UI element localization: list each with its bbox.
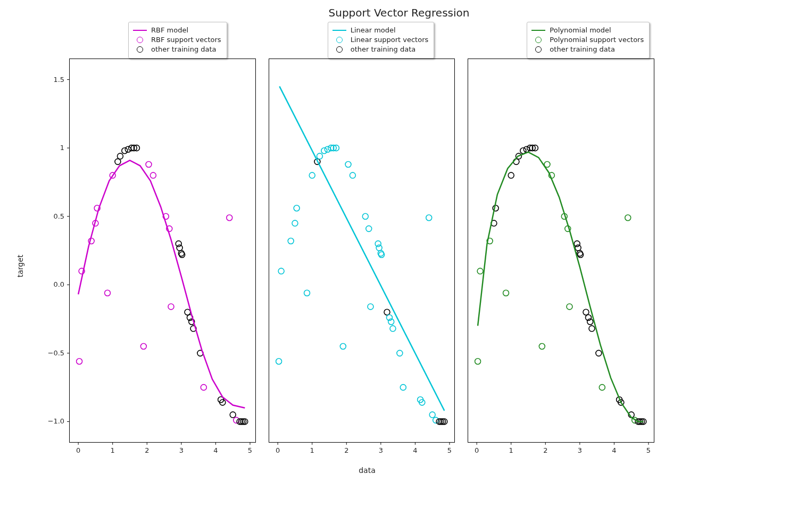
legend-marker-icon <box>336 37 343 43</box>
legend-label: RBF model <box>151 26 188 35</box>
legend-marker-icon <box>535 37 542 43</box>
legend-label: RBF support vectors <box>151 35 221 45</box>
legend-label: other training data <box>151 45 217 54</box>
x-tick-label: 0 <box>276 446 280 454</box>
model-curve <box>478 152 643 422</box>
x-tick-label: 2 <box>344 446 348 454</box>
training-point <box>230 412 236 418</box>
support-vector-point <box>294 205 300 211</box>
training-point <box>117 153 123 159</box>
support-vector-point <box>503 290 509 296</box>
legend-label: Linear model <box>351 26 396 35</box>
x-tick-label: 4 <box>612 446 617 454</box>
support-vector-point <box>567 304 572 310</box>
training-point <box>122 148 128 154</box>
training-point <box>583 309 589 315</box>
panel-row: RBF modelRBF support vectorsother traini… <box>69 59 654 443</box>
legend-line-icon <box>133 30 147 31</box>
x-tick-label: 1 <box>310 446 314 454</box>
y-axis-label: target <box>16 255 24 278</box>
support-vector-point <box>309 172 315 178</box>
plot-area: 012345 <box>269 59 455 442</box>
legend-marker-icon <box>336 46 343 53</box>
x-tick-label: 5 <box>248 446 252 454</box>
support-vector-point <box>146 162 152 168</box>
x-tick-label: 0 <box>475 446 479 454</box>
support-vector-point <box>325 146 330 152</box>
x-tick-label: 0 <box>76 446 80 454</box>
y-tick-label: −0.5 <box>48 349 64 357</box>
support-vector-point <box>288 238 294 244</box>
training-point <box>589 326 595 331</box>
support-vector-point <box>278 268 284 274</box>
x-tick-label: 3 <box>578 446 582 454</box>
y-tick-label: 1.5 <box>54 76 65 84</box>
training-point <box>575 245 581 251</box>
subplot-poly: Polynomial modelPolynomial support vecto… <box>468 59 654 443</box>
legend-label: Polynomial support vectors <box>550 35 644 45</box>
support-vector-point <box>340 344 346 350</box>
y-tick-label: 0.0 <box>54 280 65 288</box>
legend-label: Polynomial model <box>550 26 611 35</box>
training-point <box>596 350 602 356</box>
subplot-rbf: RBF modelRBF support vectorsother traini… <box>69 59 256 443</box>
support-vector-point <box>600 385 605 390</box>
support-vector-point <box>105 290 111 296</box>
support-vector-point <box>426 215 431 221</box>
subplot-linear: Linear modelLinear support vectorsother … <box>269 59 455 443</box>
support-vector-point <box>539 344 545 350</box>
x-tick-label: 3 <box>378 446 383 454</box>
support-vector-point <box>350 172 355 178</box>
legend-line-icon <box>531 30 545 31</box>
training-point <box>575 241 580 247</box>
support-vector-point <box>365 226 371 231</box>
x-tick-label: 2 <box>145 446 149 454</box>
support-vector-point <box>140 344 146 350</box>
legend-label: Linear support vectors <box>351 35 429 45</box>
model-curve <box>279 86 444 410</box>
support-vector-point <box>625 215 631 221</box>
support-vector-point <box>362 213 368 219</box>
legend-line-icon <box>332 30 346 31</box>
legend: Linear modelLinear support vectorsother … <box>328 22 435 59</box>
support-vector-point <box>400 385 406 390</box>
training-point <box>177 245 182 251</box>
x-tick-label: 1 <box>509 446 513 454</box>
support-vector-point <box>292 220 298 226</box>
support-vector-point <box>345 162 351 168</box>
support-vector-point <box>227 215 232 221</box>
support-vector-point <box>276 359 281 364</box>
y-tick-label: −1.0 <box>48 417 64 425</box>
training-point <box>185 309 190 315</box>
support-vector-point <box>201 385 206 390</box>
training-point <box>509 172 514 178</box>
legend: RBF modelRBF support vectorsother traini… <box>128 22 227 59</box>
x-tick-label: 1 <box>111 446 115 454</box>
x-axis-label: data <box>359 466 376 475</box>
support-vector-point <box>368 304 373 310</box>
training-point <box>524 146 530 152</box>
legend: Polynomial modelPolynomial support vecto… <box>527 22 650 59</box>
support-vector-point <box>77 359 82 364</box>
model-curve <box>78 160 245 408</box>
legend-marker-icon <box>535 46 542 53</box>
figure-title: Support Vector Regression <box>0 6 798 19</box>
training-point <box>115 159 121 164</box>
x-tick-label: 4 <box>213 446 218 454</box>
support-vector-point <box>304 290 310 296</box>
legend-marker-icon <box>137 46 143 53</box>
figure: Support Vector Regression target data RB… <box>0 0 798 532</box>
support-vector-point <box>477 268 483 274</box>
x-tick-label: 2 <box>544 446 548 454</box>
support-vector-point <box>168 304 174 310</box>
legend-label: other training data <box>351 45 416 54</box>
training-point <box>176 241 181 247</box>
legend-marker-icon <box>137 37 143 43</box>
x-tick-label: 5 <box>447 446 452 454</box>
support-vector-point <box>375 241 381 247</box>
y-tick-label: 1 <box>60 144 64 152</box>
plot-area: 012345 <box>468 59 654 442</box>
legend-label: other training data <box>550 45 615 54</box>
x-tick-label: 4 <box>413 446 417 454</box>
training-point <box>125 146 131 152</box>
